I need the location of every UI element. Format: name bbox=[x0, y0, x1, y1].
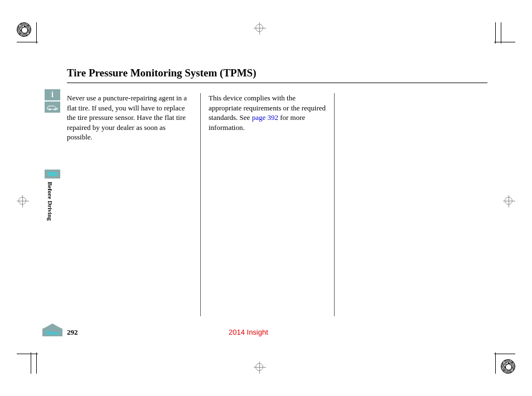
home-label: Home bbox=[46, 330, 59, 336]
crop-line bbox=[36, 352, 37, 374]
info-icon: i bbox=[45, 89, 60, 100]
body-columns: Never use a puncture-repairing agent in … bbox=[67, 93, 487, 316]
page-link[interactable]: page 392 bbox=[252, 113, 278, 122]
title-rule bbox=[67, 83, 487, 83]
registration-mark-right bbox=[503, 195, 515, 207]
crop-mark-br bbox=[482, 351, 515, 374]
crop-line bbox=[494, 42, 515, 42]
toc-button[interactable]: TOC bbox=[45, 170, 60, 178]
toc-label: TOC bbox=[47, 171, 58, 177]
crop-line bbox=[494, 354, 515, 354]
crop-line bbox=[501, 22, 501, 44]
info-badge-stack: i bbox=[45, 89, 61, 114]
crop-line bbox=[495, 22, 496, 44]
registration-mark-bottom bbox=[254, 361, 266, 374]
info-glyph: i bbox=[51, 90, 54, 99]
col1-text: Never use a puncture-repairing agent in … bbox=[67, 94, 187, 141]
crop-mark-tl bbox=[17, 22, 50, 45]
page-content: Tire Pressure Monitoring System (TPMS) N… bbox=[67, 67, 487, 340]
car-icon bbox=[45, 102, 60, 113]
registration-mark-left bbox=[17, 195, 29, 207]
crop-line bbox=[31, 352, 31, 374]
column-1: Never use a puncture-repairing agent in … bbox=[67, 93, 201, 316]
crop-mark-tr bbox=[482, 22, 515, 45]
home-button[interactable]: Home bbox=[42, 323, 62, 336]
crop-mark-bl bbox=[17, 351, 50, 374]
crop-line bbox=[495, 352, 496, 374]
section-label: Before Driving bbox=[47, 182, 54, 221]
crop-line bbox=[36, 22, 37, 44]
crop-line bbox=[17, 354, 38, 354]
column-2: This device complies with the appropriat… bbox=[201, 93, 335, 316]
page-title: Tire Pressure Monitoring System (TPMS) bbox=[67, 67, 487, 79]
registration-mark-top bbox=[254, 22, 266, 35]
crop-line bbox=[17, 42, 38, 42]
